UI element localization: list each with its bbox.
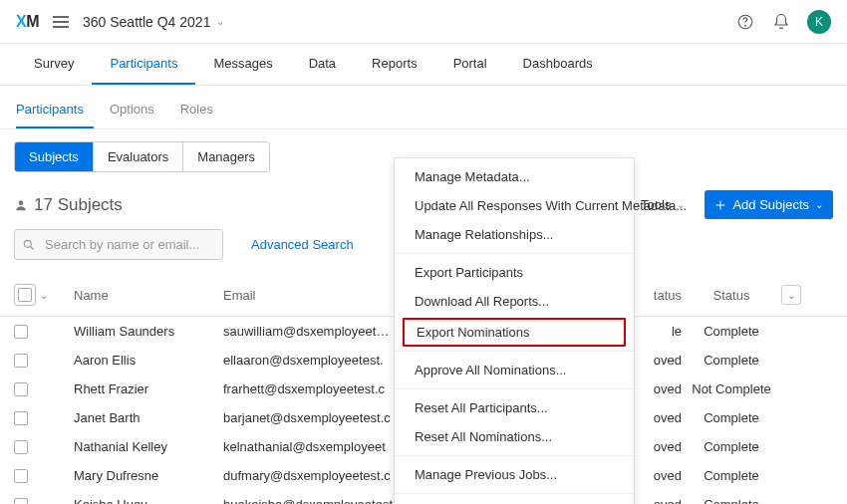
menu-item[interactable]: Manage Metadata...	[395, 162, 634, 191]
nav-tab-participants[interactable]: Participants	[92, 44, 195, 85]
menu-item[interactable]: Download All Reports...	[395, 287, 634, 316]
top-bar: XM 360 Seattle Q4 2021 ⌄ K	[0, 0, 847, 44]
subnav-options[interactable]: Options	[110, 94, 164, 128]
cell-email: kelnathanial@dsxemployeet	[223, 439, 393, 454]
menu-item[interactable]: Update Unique Identifiers	[395, 498, 634, 504]
menu-item[interactable]: Approve All Nominations...	[395, 356, 634, 384]
cell-status: Not Complete	[682, 381, 781, 396]
segment-managers[interactable]: Managers	[183, 142, 269, 171]
advanced-search-link[interactable]: Advanced Search	[251, 237, 354, 252]
menu-item[interactable]: Manage Previous Jobs...	[395, 460, 634, 489]
menu-item[interactable]: Export Nominations	[403, 318, 626, 347]
main-nav: SurveyParticipantsMessagesDataReportsPor…	[0, 44, 847, 86]
row-checkbox[interactable]	[14, 469, 28, 483]
chevron-down-icon: ⌄	[216, 16, 224, 27]
menu-item[interactable]: Export Participants	[395, 258, 634, 287]
avatar[interactable]: K	[807, 10, 831, 34]
project-selector[interactable]: 360 Seattle Q4 2021 ⌄	[83, 14, 224, 30]
nav-tab-messages[interactable]: Messages	[195, 44, 290, 85]
cell-status: Complete	[682, 497, 781, 504]
cell-status: Complete	[682, 353, 781, 368]
segment-subjects[interactable]: Subjects	[15, 142, 94, 171]
cell-status: Complete	[682, 439, 781, 454]
tools-menu: Manage Metadata...Update All Responses W…	[394, 157, 635, 504]
cell-status: Complete	[682, 410, 781, 425]
search-input[interactable]	[14, 229, 223, 260]
subjects-title: 17 Subjects	[14, 195, 123, 215]
col-name: Name	[74, 288, 223, 303]
menu-icon[interactable]	[53, 16, 69, 28]
row-checkbox[interactable]	[14, 498, 28, 505]
cell-email: ellaaron@dsxemployeetest.	[223, 353, 393, 368]
search-icon	[22, 238, 36, 252]
cell-name: Keisha Huey	[74, 497, 223, 504]
column-options-button[interactable]: ⌄	[781, 285, 801, 305]
cell-name: Nathanial Kelley	[74, 439, 223, 454]
col-status: Status	[682, 288, 781, 303]
sub-nav: ParticipantsOptionsRoles	[0, 86, 847, 129]
nav-tab-survey[interactable]: Survey	[16, 44, 92, 85]
svg-point-3	[24, 240, 31, 247]
menu-item[interactable]: Manage Relationships...	[395, 220, 634, 249]
svg-point-2	[19, 200, 24, 205]
bell-icon[interactable]	[771, 12, 791, 32]
help-icon[interactable]	[735, 12, 755, 32]
row-checkbox[interactable]	[14, 440, 28, 454]
nav-tab-reports[interactable]: Reports	[354, 44, 435, 85]
menu-separator	[395, 388, 634, 389]
svg-point-1	[745, 25, 746, 26]
chevron-down-icon: ⌄	[815, 199, 823, 210]
cell-name: Aaron Ellis	[74, 353, 223, 368]
view-segments: SubjectsEvaluatorsManagers	[14, 141, 270, 172]
menu-separator	[395, 455, 634, 456]
cell-email: huekeisha@dsxemployeetest	[223, 497, 393, 504]
cell-name: Mary Dufresne	[74, 468, 223, 483]
cell-name: Janet Barth	[74, 410, 223, 425]
segment-evaluators[interactable]: Evaluators	[94, 142, 183, 171]
cell-name: William Saunders	[74, 324, 223, 339]
subnav-roles[interactable]: Roles	[180, 94, 223, 128]
menu-separator	[395, 253, 634, 254]
menu-item[interactable]: Reset All Participants...	[395, 393, 634, 422]
cell-status: Complete	[682, 324, 781, 339]
cell-name: Rhett Frazier	[74, 381, 223, 396]
row-checkbox[interactable]	[14, 382, 28, 396]
cell-status: Complete	[682, 468, 781, 483]
project-name: 360 Seattle Q4 2021	[83, 14, 210, 30]
cell-email: dufmary@dsxemployeetest.c	[223, 468, 393, 483]
cell-email: frarhett@dsxemployeetest.c	[223, 381, 393, 396]
menu-separator	[395, 493, 634, 494]
menu-item[interactable]: Update All Responses With Current Metada…	[395, 191, 634, 220]
cell-email: barjanet@dsxemployeetest.c	[223, 410, 393, 425]
nav-tab-data[interactable]: Data	[291, 44, 354, 85]
add-subjects-button[interactable]: Add Subjects ⌄	[705, 190, 833, 219]
plus-icon	[714, 199, 726, 211]
select-all-checkbox[interactable]	[14, 284, 36, 306]
nav-tab-dashboards[interactable]: Dashboards	[505, 44, 611, 85]
svg-line-4	[31, 246, 34, 249]
row-checkbox[interactable]	[14, 411, 28, 425]
menu-separator	[395, 351, 634, 352]
nav-tab-portal[interactable]: Portal	[435, 44, 505, 85]
row-checkbox[interactable]	[14, 325, 28, 339]
col-email: Email	[223, 288, 393, 303]
person-icon	[14, 198, 28, 212]
menu-item[interactable]: Reset All Nominations...	[395, 422, 634, 451]
subnav-participants[interactable]: Participants	[16, 94, 94, 128]
row-checkbox[interactable]	[14, 354, 28, 368]
cell-email: sauwilliam@dsxemployeetest	[223, 324, 393, 339]
chevron-down-icon[interactable]: ⌄	[40, 290, 48, 301]
logo: XM	[16, 13, 39, 31]
